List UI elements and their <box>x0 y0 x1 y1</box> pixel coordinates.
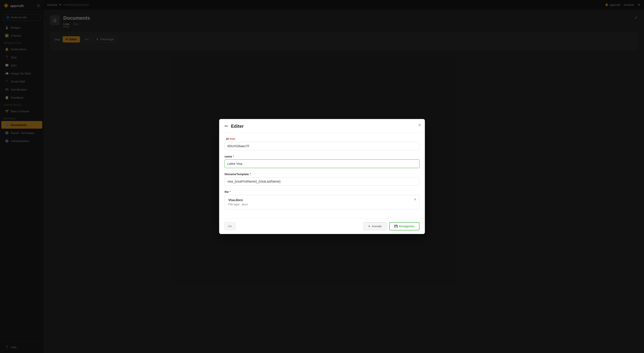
input-name[interactable] <box>224 160 420 168</box>
modal-overlay[interactable]: ✏ Editer ✕ _id true name * <box>0 0 644 353</box>
input-filename[interactable] <box>224 177 420 186</box>
modal-close-button[interactable]: ✕ <box>418 123 421 128</box>
modal-footer: </> ✕ Annuler 💾 Enregistrer <box>219 218 425 234</box>
modal-header: ✏ Editer ✕ <box>219 119 425 133</box>
required-star-name: * <box>233 155 234 158</box>
required-star-filename: * <box>250 172 251 176</box>
input-id[interactable] <box>224 142 420 150</box>
modal-body: _id true name * filenameTemplate * <box>219 133 425 218</box>
file-box: Visa.docx File type: .docx ✕ <box>224 195 420 209</box>
form-group-file: file * Visa.docx File type: .docx ✕ <box>224 190 420 209</box>
label-id: _id true <box>224 137 420 141</box>
form-group-name: name * <box>224 155 420 168</box>
file-type: File type: .docx <box>228 203 416 206</box>
cancel-button[interactable]: ✕ Annuler <box>363 222 386 230</box>
footer-code-button[interactable]: </> <box>224 222 236 230</box>
required-star-id: true <box>230 137 235 141</box>
form-group-id: _id true <box>224 137 420 150</box>
modal-title-icon: ✏ <box>224 124 228 129</box>
save-label: Enregistrer <box>399 225 414 228</box>
save-button[interactable]: 💾 Enregistrer <box>389 222 420 230</box>
modal-title: Editer <box>231 124 244 129</box>
label-filename: filenameTemplate * <box>224 172 420 176</box>
cancel-icon: ✕ <box>368 225 370 228</box>
save-icon: 💾 <box>394 225 398 228</box>
label-file: file * <box>224 190 420 193</box>
file-remove-button[interactable]: ✕ <box>414 197 416 202</box>
cancel-label: Annuler <box>372 225 382 228</box>
edit-modal: ✏ Editer ✕ _id true name * <box>219 119 425 234</box>
required-star-file: * <box>230 190 231 193</box>
form-group-filename: filenameTemplate * <box>224 172 420 186</box>
label-name: name * <box>224 155 420 158</box>
file-name: Visa.docx <box>228 198 416 202</box>
